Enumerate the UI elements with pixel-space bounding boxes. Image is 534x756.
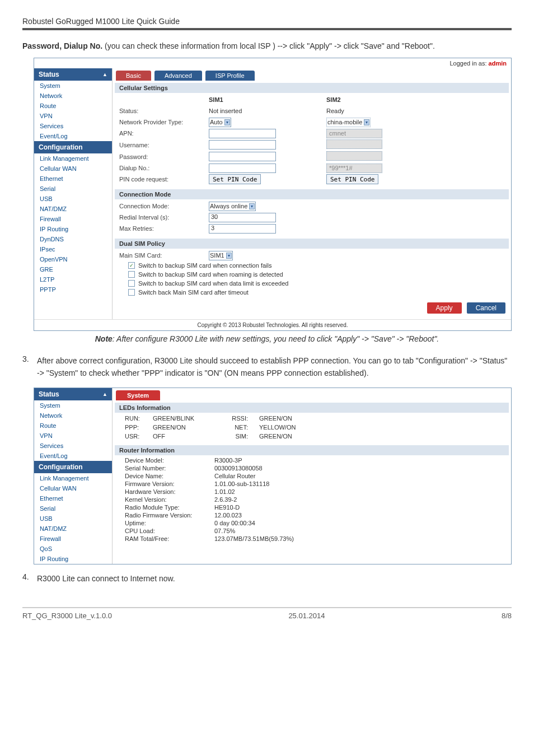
sidebar-item[interactable]: Network <box>34 91 112 101</box>
led-value: GREEN/ON <box>153 424 220 431</box>
sidebar-item[interactable]: QoS <box>34 544 112 554</box>
sidebar-item[interactable]: L2TP <box>34 274 112 284</box>
sidebar-status-header[interactable]: Status▲ <box>34 388 112 400</box>
pin-label: PIN code request: <box>119 176 209 183</box>
info-label: Uptime: <box>119 520 214 526</box>
info-value: R3000-3P <box>214 457 504 464</box>
info-label: Device Name: <box>119 473 214 479</box>
cb-roaming[interactable] <box>128 271 135 278</box>
info-value: HE910-D <box>214 504 504 511</box>
sidebar-item[interactable]: Services <box>34 441 112 451</box>
info-value: 2.6.39-2 <box>214 496 504 503</box>
led-label: RSSI: <box>220 415 259 422</box>
sidebar-item[interactable]: Serial <box>34 503 112 514</box>
led-value: GREEN/ON <box>259 415 326 422</box>
step3-number: 3. <box>22 354 37 380</box>
info-label: CPU Load: <box>119 528 214 534</box>
sidebar-item[interactable]: Cellular WAN <box>34 164 112 174</box>
sidebar-item[interactable]: IP Routing <box>34 554 112 564</box>
sim1-password-input[interactable] <box>209 152 276 161</box>
sidebar-item[interactable]: Network <box>34 410 112 421</box>
apply-button[interactable]: Apply <box>427 302 462 314</box>
sidebar-item[interactable]: Firewall <box>34 214 112 224</box>
footer-left: RT_QG_R3000 Lite_v.1.0.0 <box>22 612 112 620</box>
sidebar-item[interactable]: Link Management <box>34 473 112 483</box>
cancel-button[interactable]: Cancel <box>467 302 505 314</box>
intro-rest: (you can check these information from lo… <box>102 41 435 50</box>
footer-right: 8/8 <box>502 612 512 620</box>
intro-paragraph: Password, Dialup No. (you can check thes… <box>22 40 512 52</box>
sim1-apn-input[interactable] <box>209 129 276 138</box>
sidebar-item[interactable]: DynDNS <box>34 234 112 244</box>
status-label: Status: <box>119 108 209 114</box>
sim1-username-input[interactable] <box>209 140 276 150</box>
sidebar: Status▲ SystemNetworkRouteVPNServicesEve… <box>34 68 113 319</box>
sidebar-item[interactable]: Ethernet <box>34 493 112 503</box>
sidebar-item[interactable]: GRE <box>34 264 112 274</box>
login-status: Logged in as: admin <box>34 58 511 68</box>
main-sim-select[interactable]: SIM1▾ <box>209 251 233 260</box>
sidebar-item[interactable]: System <box>34 400 112 410</box>
sim1-header: SIM1 <box>209 96 326 103</box>
sim1-dialup-input[interactable] <box>209 164 276 173</box>
tab-isp-profile[interactable]: ISP Profile <box>205 71 255 81</box>
sim1-set-pin-button[interactable]: Set PIN Code <box>209 174 261 184</box>
sidebar-item[interactable]: NAT/DMZ <box>34 204 112 214</box>
redial-input[interactable]: 30 <box>209 213 276 222</box>
cb-switch-back-label: Switch back Main SIM card after timeout <box>138 289 249 296</box>
sidebar-item[interactable]: VPN <box>34 431 112 441</box>
info-label: Device Model: <box>119 457 214 464</box>
tab-basic[interactable]: Basic <box>116 71 151 81</box>
sidebar-item[interactable]: VPN <box>34 111 112 121</box>
cb-data-limit[interactable] <box>128 280 135 287</box>
sim2-provider-select[interactable]: china-mobile▾ <box>326 118 371 127</box>
info-value: 12.00.023 <box>214 512 504 519</box>
sidebar-item[interactable]: Ethernet <box>34 174 112 184</box>
sidebar-status-header[interactable]: Status▲ <box>34 68 112 81</box>
retries-label: Max Retries: <box>119 225 209 232</box>
note-label: Note <box>95 334 113 343</box>
sim1-provider-select[interactable]: Auto▾ <box>209 118 231 127</box>
tab-system[interactable]: System <box>116 390 160 400</box>
step4-text: R3000 Lite can connect to Internet now. <box>37 572 512 585</box>
sidebar-config-header[interactable]: Configuration <box>34 141 112 153</box>
led-label: RUN: <box>125 415 153 422</box>
sim2-set-pin-button[interactable]: Set PIN Code <box>326 174 378 184</box>
screenshot-cellular-config: Logged in as: admin Status▲ SystemNetwor… <box>34 58 512 331</box>
sidebar-item[interactable]: Firewall <box>34 534 112 544</box>
sidebar-item[interactable]: Cellular WAN <box>34 483 112 493</box>
sim2-dialup-input: *99***1# <box>326 164 382 173</box>
chevron-down-icon: ▾ <box>249 203 255 209</box>
sidebar-item[interactable]: USB <box>34 194 112 204</box>
sidebar-item[interactable]: OpenVPN <box>34 254 112 264</box>
chevron-up-icon: ▲ <box>102 72 107 77</box>
sidebar-item[interactable]: Route <box>34 101 112 111</box>
dialup-label: Dialup No.: <box>119 165 209 171</box>
cb-conn-fails[interactable]: ✓ <box>128 262 135 269</box>
cb-conn-fails-label: Switch to backup SIM card when connectio… <box>138 262 271 269</box>
info-label: Kernel Version: <box>119 496 214 503</box>
sidebar-item[interactable]: Services <box>34 121 112 131</box>
sidebar-config-header[interactable]: Configuration <box>34 461 112 473</box>
sidebar-item[interactable]: Serial <box>34 184 112 194</box>
login-user: admin <box>489 60 507 67</box>
sidebar-item[interactable]: PPTP <box>34 284 112 295</box>
sidebar-item[interactable]: IP Routing <box>34 224 112 234</box>
tab-advanced[interactable]: Advanced <box>154 71 202 81</box>
led-label: NET: <box>220 424 259 431</box>
sidebar-item[interactable]: NAT/DMZ <box>34 524 112 534</box>
sidebar-item[interactable]: USB <box>34 514 112 524</box>
sim2-status: Ready <box>326 108 438 114</box>
provider-label: Network Provider Type: <box>119 119 209 125</box>
cb-switch-back[interactable] <box>128 289 135 296</box>
sidebar-item[interactable]: Event/Log <box>34 131 112 141</box>
sidebar-item[interactable]: IPsec <box>34 244 112 254</box>
retries-input[interactable]: 3 <box>209 224 276 234</box>
sidebar-item[interactable]: System <box>34 81 112 91</box>
conn-mode-select[interactable]: Always online▾ <box>209 202 256 211</box>
sidebar-item[interactable]: Event/Log <box>34 451 112 461</box>
leds-title: LEDs Information <box>115 403 509 413</box>
sidebar-item[interactable]: Route <box>34 421 112 431</box>
sidebar-item[interactable]: Link Management <box>34 153 112 164</box>
footer-center: 25.01.2014 <box>288 612 325 620</box>
